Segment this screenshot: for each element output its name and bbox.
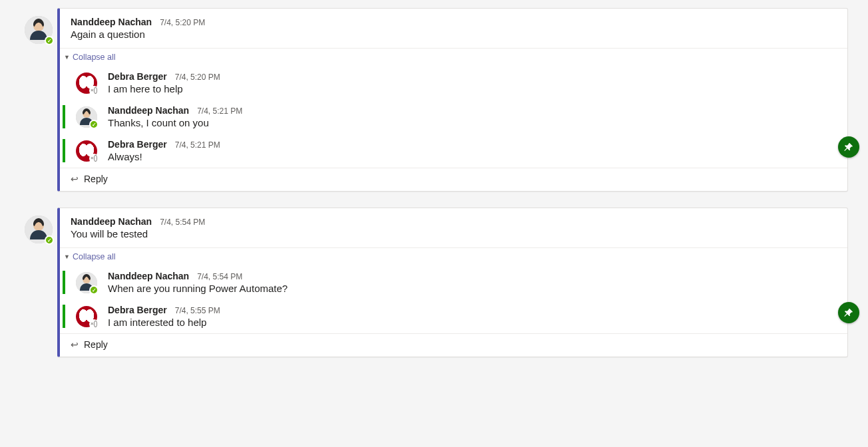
avatar[interactable]: ✓ xyxy=(76,106,97,128)
message-author[interactable]: Nanddeep Nachan xyxy=(108,271,189,281)
presence-available-icon: ✓ xyxy=(89,120,99,129)
reply-item[interactable]: × Debra Berger 7/4, 5:55 PM I am interes… xyxy=(60,299,847,333)
presence-offline-icon: × xyxy=(89,154,99,163)
pin-icon xyxy=(843,142,854,152)
avatar[interactable]: ✓ xyxy=(76,272,97,293)
reply-item[interactable]: ✓ Nanddeep Nachan 7/4, 5:21 PM Thanks, I… xyxy=(60,100,847,134)
reply-input-row[interactable]: ↩ Reply xyxy=(60,168,847,191)
collapse-all-label: Collapse all xyxy=(73,53,116,62)
message-text: When are you running Power Automate? xyxy=(108,283,834,294)
avatar[interactable]: ✓ xyxy=(25,16,53,44)
message-text: You will be tested xyxy=(71,228,834,239)
reply-item[interactable]: × Debra Berger 7/4, 5:20 PM I am here to… xyxy=(60,66,847,100)
message-timestamp: 7/4, 5:20 PM xyxy=(175,73,220,82)
presence-offline-icon: × xyxy=(89,319,99,329)
thread: ✓ Nanddeep Nachan 7/4, 5:20 PM Again a q… xyxy=(20,8,848,192)
message-text: I am here to help xyxy=(108,83,834,94)
reply-arrow-icon: ↩ xyxy=(71,174,79,184)
presence-available-icon: ✓ xyxy=(45,36,54,45)
presence-offline-icon: × xyxy=(89,86,99,95)
pin-badge[interactable] xyxy=(838,302,859,323)
message-timestamp: 7/4, 5:55 PM xyxy=(175,306,220,315)
thread-body: Nanddeep Nachan 7/4, 5:54 PM You will be… xyxy=(57,208,848,357)
message-text: Thanks, I count on you xyxy=(108,117,834,128)
message-timestamp: 7/4, 5:21 PM xyxy=(175,140,220,150)
thread-avatar-column: ✓ xyxy=(20,8,57,192)
reply-item[interactable]: ✓ Nanddeep Nachan 7/4, 5:54 PM When are … xyxy=(60,265,847,299)
pin-icon xyxy=(843,307,854,318)
reply-label: Reply xyxy=(84,339,108,350)
parent-message[interactable]: Nanddeep Nachan 7/4, 5:20 PM Again a que… xyxy=(60,9,847,48)
message-author[interactable]: Nanddeep Nachan xyxy=(71,17,152,27)
message-timestamp: 7/4, 5:21 PM xyxy=(197,106,242,116)
thread-body: Nanddeep Nachan 7/4, 5:20 PM Again a que… xyxy=(57,8,848,192)
thread: ✓ Nanddeep Nachan 7/4, 5:54 PM You will … xyxy=(20,208,848,357)
message-author[interactable]: Debra Berger xyxy=(108,305,167,315)
avatar[interactable]: × xyxy=(76,140,97,162)
message-text: Again a question xyxy=(71,29,834,40)
presence-available-icon: ✓ xyxy=(89,285,99,295)
conversation-feed: ✓ Nanddeep Nachan 7/4, 5:20 PM Again a q… xyxy=(0,0,868,381)
message-text: I am interested to help xyxy=(108,317,834,328)
message-author[interactable]: Nanddeep Nachan xyxy=(108,105,189,116)
avatar[interactable]: ✓ xyxy=(25,216,53,243)
reply-label: Reply xyxy=(84,174,108,184)
presence-available-icon: ✓ xyxy=(45,235,54,245)
replies-list: × Debra Berger 7/4, 5:20 PM I am here to… xyxy=(60,66,847,168)
reply-arrow-icon: ↩ xyxy=(71,339,79,350)
reply-input-row[interactable]: ↩ Reply xyxy=(60,333,847,357)
collapse-all-toggle[interactable]: ▼ Collapse all xyxy=(60,48,847,66)
avatar[interactable]: × xyxy=(76,73,97,94)
pin-badge[interactable] xyxy=(838,136,859,158)
thread-avatar-column: ✓ xyxy=(20,208,57,357)
message-timestamp: 7/4, 5:54 PM xyxy=(160,218,205,227)
message-author[interactable]: Debra Berger xyxy=(108,139,167,150)
chevron-down-icon: ▼ xyxy=(64,54,70,61)
message-timestamp: 7/4, 5:20 PM xyxy=(160,18,205,27)
collapse-all-label: Collapse all xyxy=(73,252,116,261)
message-author[interactable]: Debra Berger xyxy=(108,71,167,82)
replies-list: ✓ Nanddeep Nachan 7/4, 5:54 PM When are … xyxy=(60,265,847,333)
avatar[interactable]: × xyxy=(76,306,97,327)
reply-item[interactable]: × Debra Berger 7/4, 5:21 PM Always! xyxy=(60,134,847,168)
parent-message[interactable]: Nanddeep Nachan 7/4, 5:54 PM You will be… xyxy=(60,208,847,247)
message-timestamp: 7/4, 5:54 PM xyxy=(197,272,242,281)
message-author[interactable]: Nanddeep Nachan xyxy=(71,216,152,227)
collapse-all-toggle[interactable]: ▼ Collapse all xyxy=(60,247,847,265)
chevron-down-icon: ▼ xyxy=(64,253,70,260)
message-text: Always! xyxy=(108,151,834,162)
